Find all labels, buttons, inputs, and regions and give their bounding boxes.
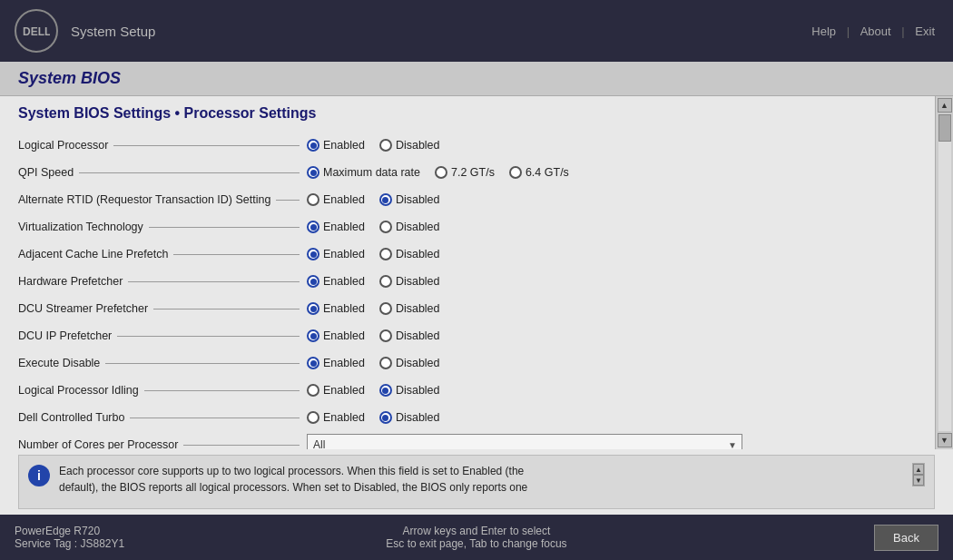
radio-button[interactable] bbox=[379, 248, 392, 260]
info-scroll-up[interactable]: ▲ bbox=[913, 464, 924, 475]
setting-options-5: EnabledDisabled bbox=[307, 275, 440, 288]
radio-option[interactable]: Disabled bbox=[379, 357, 440, 369]
bios-header-title: System BIOS bbox=[18, 69, 935, 88]
setting-options-7: EnabledDisabled bbox=[307, 329, 440, 342]
radio-option[interactable]: Disabled bbox=[379, 329, 440, 342]
radio-label: Enabled bbox=[323, 193, 365, 206]
setting-row: Adjacent Cache Line PrefetchEnabledDisab… bbox=[18, 243, 917, 265]
radio-option[interactable]: Disabled bbox=[379, 193, 440, 206]
bottom-bar: PowerEdge R720 Service Tag : JS882Y1 Arr… bbox=[0, 515, 953, 560]
radio-option[interactable]: Enabled bbox=[307, 221, 365, 233]
service-tag: Service Tag : JS882Y1 bbox=[15, 537, 322, 550]
bottom-left: PowerEdge R720 Service Tag : JS882Y1 bbox=[15, 525, 322, 550]
radio-button[interactable] bbox=[509, 166, 522, 179]
radio-button[interactable] bbox=[307, 329, 319, 342]
setting-row: Number of Cores per ProcessorAll bbox=[18, 434, 917, 449]
radio-button[interactable] bbox=[379, 384, 392, 397]
radio-option[interactable]: Enabled bbox=[307, 193, 365, 206]
radio-label: Disabled bbox=[396, 411, 440, 424]
radio-label: Disabled bbox=[396, 384, 440, 397]
info-icon: i bbox=[28, 465, 50, 486]
bottom-center: Arrow keys and Enter to select Esc to ex… bbox=[322, 525, 630, 550]
bios-header: System BIOS bbox=[0, 62, 953, 96]
info-text-line1: Each processor core supports up to two l… bbox=[59, 465, 524, 477]
radio-button[interactable] bbox=[307, 357, 319, 369]
radio-option[interactable]: Enabled bbox=[307, 302, 365, 315]
radio-button[interactable] bbox=[379, 302, 392, 315]
setting-options-2: EnabledDisabled bbox=[307, 193, 440, 206]
radio-option[interactable]: Disabled bbox=[379, 248, 440, 260]
radio-button[interactable] bbox=[379, 193, 392, 206]
radio-button[interactable] bbox=[435, 166, 447, 179]
back-button[interactable]: Back bbox=[874, 525, 938, 551]
radio-button[interactable] bbox=[307, 384, 319, 397]
setting-row: Logical ProcessorEnabledDisabled bbox=[18, 134, 917, 156]
radio-button[interactable] bbox=[307, 221, 319, 233]
radio-option[interactable]: Maximum data rate bbox=[307, 166, 420, 179]
radio-button[interactable] bbox=[379, 139, 392, 152]
radio-option[interactable]: Disabled bbox=[379, 302, 440, 315]
radio-option[interactable]: Enabled bbox=[307, 248, 365, 260]
setting-row: Virtualization TechnologyEnabledDisabled bbox=[18, 216, 917, 238]
about-link[interactable]: About bbox=[860, 25, 891, 38]
radio-option[interactable]: Disabled bbox=[379, 275, 440, 288]
system-setup-title: System Setup bbox=[71, 24, 155, 39]
radio-label: Disabled bbox=[396, 139, 440, 152]
scroll-down-arrow[interactable]: ▼ bbox=[938, 433, 952, 447]
dell-logo: DELL bbox=[15, 9, 58, 53]
help-link[interactable]: Help bbox=[811, 25, 836, 38]
radio-option[interactable]: Enabled bbox=[307, 329, 365, 342]
setting-label-3: Virtualization Technology bbox=[18, 221, 300, 233]
device-name: PowerEdge R720 bbox=[15, 525, 322, 537]
radio-option[interactable]: Enabled bbox=[307, 384, 365, 397]
radio-button[interactable] bbox=[307, 248, 319, 260]
radio-button[interactable] bbox=[379, 357, 392, 369]
radio-button[interactable] bbox=[307, 139, 319, 152]
setting-row: DCU IP PrefetcherEnabledDisabled bbox=[18, 325, 917, 347]
radio-label: 7.2 GT/s bbox=[451, 166, 495, 179]
radio-option[interactable]: Disabled bbox=[379, 411, 440, 424]
setting-label-2: Alternate RTID (Requestor Transaction ID… bbox=[18, 193, 300, 206]
info-scroll-down[interactable]: ▼ bbox=[913, 475, 924, 486]
radio-option[interactable]: 6.4 GT/s bbox=[509, 166, 569, 179]
radio-label: Enabled bbox=[323, 384, 365, 397]
info-scrollbar[interactable]: ▲ ▼ bbox=[912, 463, 925, 486]
radio-button[interactable] bbox=[307, 411, 319, 424]
setting-options-1: Maximum data rate7.2 GT/s6.4 GT/s bbox=[307, 166, 569, 179]
radio-label: Disabled bbox=[396, 302, 440, 315]
radio-button[interactable] bbox=[379, 221, 392, 233]
radio-button[interactable] bbox=[307, 302, 319, 315]
radio-button[interactable] bbox=[307, 166, 319, 179]
radio-option[interactable]: Disabled bbox=[379, 139, 440, 152]
radio-label: Enabled bbox=[323, 411, 365, 424]
exit-link[interactable]: Exit bbox=[915, 25, 935, 38]
scroll-thumb[interactable] bbox=[938, 114, 951, 142]
radio-option[interactable]: Disabled bbox=[379, 384, 440, 397]
radio-label: Disabled bbox=[396, 357, 440, 369]
radio-label: Enabled bbox=[323, 248, 365, 260]
radio-button[interactable] bbox=[307, 275, 319, 288]
info-box: i Each processor core supports up to two… bbox=[18, 455, 935, 509]
radio-option[interactable]: Enabled bbox=[307, 275, 365, 288]
radio-button[interactable] bbox=[379, 411, 392, 424]
svg-text:DELL: DELL bbox=[23, 25, 50, 37]
setting-options-10: EnabledDisabled bbox=[307, 411, 440, 424]
select-11[interactable]: All bbox=[307, 434, 742, 449]
radio-option[interactable]: Enabled bbox=[307, 139, 365, 152]
bottom-right: Back bbox=[631, 525, 938, 551]
radio-option[interactable]: Enabled bbox=[307, 357, 365, 369]
scroll-track bbox=[938, 114, 951, 431]
radio-button[interactable] bbox=[307, 193, 319, 206]
settings-container: Logical ProcessorEnabledDisabledQPI Spee… bbox=[18, 134, 917, 449]
radio-option[interactable]: 7.2 GT/s bbox=[435, 166, 495, 179]
radio-option[interactable]: Enabled bbox=[307, 411, 365, 424]
radio-label: Enabled bbox=[323, 221, 365, 233]
radio-option[interactable]: Disabled bbox=[379, 221, 440, 233]
select-wrapper-11: All bbox=[307, 434, 742, 449]
setting-label-9: Logical Processor Idling bbox=[18, 384, 300, 397]
main-scrollbar[interactable]: ▲ ▼ bbox=[935, 96, 953, 449]
scroll-up-arrow[interactable]: ▲ bbox=[938, 98, 952, 113]
radio-label: Enabled bbox=[323, 329, 365, 342]
radio-button[interactable] bbox=[379, 275, 392, 288]
radio-button[interactable] bbox=[379, 329, 392, 342]
